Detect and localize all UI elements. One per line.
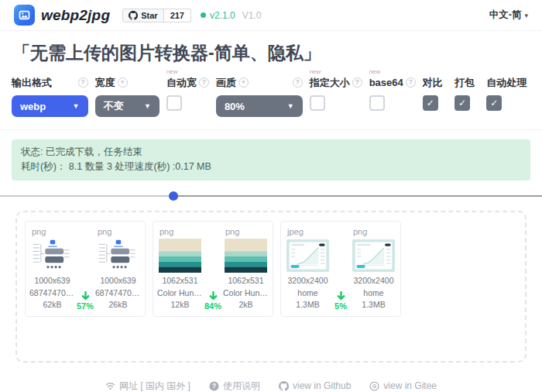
width-label: 宽度: [95, 76, 115, 90]
auto-width-control: new 自动宽 ?: [166, 76, 209, 111]
image-size: 12kB: [157, 299, 203, 311]
compare-checkbox[interactable]: ✓: [423, 95, 438, 111]
result-card[interactable]: png1062x531Color Hunt ...12kB84%png1062x…: [153, 221, 273, 317]
image-size: 1.3MB: [351, 299, 396, 311]
reduction-percent: 57%: [77, 301, 94, 311]
image-dimensions: 3200x2400: [285, 275, 331, 287]
version-info: v2.1.0 V1.0: [201, 10, 261, 21]
auto-process-label: 自动处理: [486, 76, 527, 90]
package-control: 打包 ✓: [455, 76, 479, 111]
quality-control: 画质 + ? 80% ▼: [216, 76, 303, 117]
drop-zone[interactable]: png1000x6396874747073...62kB57%png1000x6…: [15, 211, 527, 363]
new-badge: new: [310, 69, 321, 75]
slider-handle[interactable]: [169, 191, 178, 201]
reduction-indicator: 5%: [331, 227, 351, 311]
slider-track-remaining[interactable]: [173, 195, 542, 197]
plus-icon[interactable]: +: [118, 77, 128, 88]
result-card[interactable]: png1000x6396874747073...62kB57%png1000x6…: [25, 221, 146, 317]
controls-bar: 输出格式 ? webp ▼ 宽度 + 不变 ▼ new 自动宽 ? 画质 + ?: [0, 68, 542, 130]
chevron-down-icon: ▼: [73, 102, 80, 110]
footer-links: 网址 [ 国内 国外 ]?使用说明view in GithubGview in …: [0, 380, 542, 392]
language-label: 中文-简: [489, 9, 522, 22]
svg-text:G: G: [372, 383, 376, 389]
format-label: png: [353, 227, 396, 236]
width-control: 宽度 + 不变 ▼: [95, 76, 160, 117]
base64-checkbox[interactable]: [369, 95, 385, 111]
specify-size-checkbox[interactable]: [310, 95, 325, 111]
auto-process-checkbox[interactable]: ✓: [486, 95, 502, 111]
footer-link[interactable]: view in Github: [279, 380, 351, 391]
star-count: 217: [164, 9, 191, 22]
auto-width-checkbox[interactable]: [166, 95, 182, 111]
result-source: jpeg3200x2400home1.3MB: [285, 227, 331, 311]
output-format-select[interactable]: webp ▼: [12, 95, 88, 117]
thumbnail-diagram[interactable]: [97, 239, 139, 273]
thumbnail-diagram[interactable]: [31, 239, 74, 273]
quality-select[interactable]: 80% ▼: [216, 95, 303, 117]
help-icon[interactable]: ?: [199, 77, 209, 88]
svg-text:?: ?: [212, 382, 216, 390]
footer-link-label: 使用说明: [223, 380, 260, 392]
auto-process-control: 自动处理 ✓: [486, 76, 530, 111]
image-dimensions: 1062x531: [157, 275, 203, 287]
page-title: 「无需上传的图片转换器-简单、隐私」: [0, 31, 542, 68]
footer-link-label: view in Github: [293, 380, 351, 391]
question-icon: ?: [209, 381, 219, 391]
status-line-2: 耗时(秒)： 8.1 数量 3 处理速度(秒) :0.17 MB: [21, 160, 521, 174]
specify-size-label: 指定大小: [310, 76, 350, 90]
plus-icon[interactable]: +: [238, 77, 249, 88]
format-label: png: [98, 227, 141, 236]
footer-link[interactable]: Gview in Gitee: [369, 380, 437, 391]
gitee-icon: G: [369, 381, 379, 391]
thumbnail-dashboard[interactable]: [286, 239, 329, 273]
thumbnail-palette[interactable]: [225, 239, 267, 273]
thumbnail-palette[interactable]: [159, 239, 201, 273]
image-name: Color Hunt ...: [223, 287, 269, 300]
status-banner: 状态: 已完成下载，任务结束 耗时(秒)： 8.1 数量 3 处理速度(秒) :…: [12, 139, 530, 181]
package-label: 打包: [455, 76, 475, 90]
language-select[interactable]: 中文-简 ▾: [489, 9, 528, 22]
result-card[interactable]: jpeg3200x2400home1.3MB5%png3200x2400home…: [280, 221, 401, 317]
help-icon[interactable]: ?: [352, 77, 362, 88]
version-dot-icon: [201, 12, 206, 18]
help-icon[interactable]: ?: [406, 77, 416, 88]
format-label: png: [225, 227, 269, 236]
base64-label: base64: [369, 77, 403, 88]
version-secondary: V1.0: [242, 10, 262, 21]
reduction-indicator: 57%: [75, 227, 95, 311]
width-select[interactable]: 不变 ▼: [95, 95, 160, 117]
footer-link[interactable]: ?使用说明: [209, 380, 260, 392]
quality-value: 80%: [225, 101, 245, 112]
specify-size-control: new 指定大小 ?: [310, 76, 362, 111]
github-star-badge[interactable]: Star 217: [122, 9, 191, 22]
auto-width-label: 自动宽: [166, 76, 197, 90]
reduction-percent: 5%: [334, 301, 347, 311]
output-format-control: 输出格式 ? webp ▼: [12, 76, 88, 117]
github-icon: [129, 11, 138, 20]
help-icon[interactable]: ?: [78, 77, 88, 88]
result-source: png1062x531Color Hunt ...12kB: [157, 227, 203, 311]
thumbnail-dashboard[interactable]: [352, 239, 395, 273]
progress-slider[interactable]: [0, 191, 542, 201]
package-checkbox[interactable]: ✓: [455, 95, 470, 111]
width-value: 不变: [104, 99, 124, 113]
format-label: jpeg: [287, 227, 331, 236]
image-name: Color Hunt ...: [157, 287, 203, 300]
image-name: home: [351, 287, 396, 300]
image-size: 62kB: [29, 299, 75, 311]
result-output: png1000x6396874747073...26kB: [95, 227, 141, 311]
status-line-1: 状态: 已完成下载，任务结束: [21, 145, 521, 160]
top-bar: webp2jpg Star 217 v2.1.0 V1.0 中文-简 ▾: [0, 0, 542, 31]
footer-link[interactable]: 网址 [ 国内 国外 ]: [105, 380, 190, 392]
footer-link-label: view in Gitee: [383, 380, 437, 391]
image-name: 6874747073...: [95, 287, 141, 300]
wifi-icon: [105, 381, 115, 390]
format-label: png: [32, 227, 75, 236]
compare-label: 对比: [423, 76, 443, 90]
help-icon[interactable]: ?: [293, 77, 303, 88]
compare-control: 对比 ✓: [423, 76, 448, 111]
app-title: webp2jpg: [41, 7, 110, 24]
image-dimensions: 1000x639: [95, 275, 141, 287]
arrow-down-icon: [209, 291, 218, 301]
image-name: 6874747073...: [29, 287, 75, 300]
